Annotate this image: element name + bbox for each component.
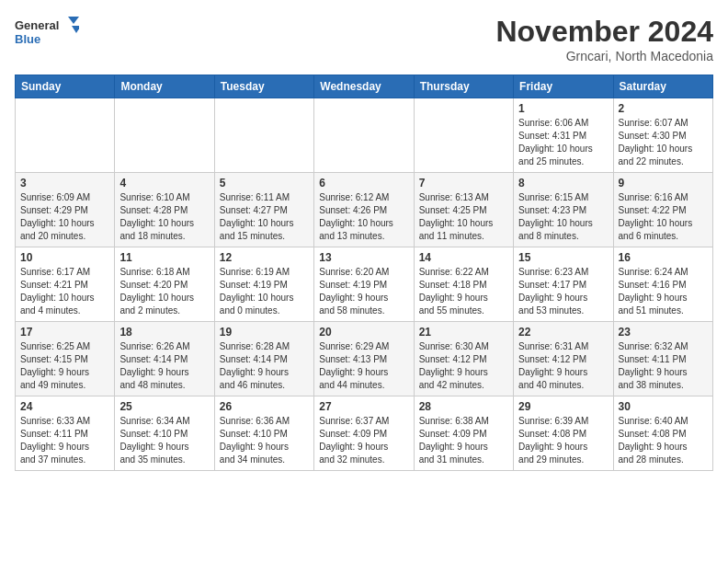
day-number: 1 (518, 102, 608, 115)
day-info: Sunrise: 6:36 AM Sunset: 4:10 PM Dayligh… (220, 415, 309, 466)
calendar-cell: 27Sunrise: 6:37 AM Sunset: 4:09 PM Dayli… (314, 396, 414, 471)
calendar-cell: 17Sunrise: 6:25 AM Sunset: 4:15 PM Dayli… (16, 322, 115, 396)
calendar-cell: 12Sunrise: 6:19 AM Sunset: 4:19 PM Dayli… (214, 247, 313, 322)
day-info: Sunrise: 6:20 AM Sunset: 4:19 PM Dayligh… (319, 266, 408, 317)
calendar-cell: 30Sunrise: 6:40 AM Sunset: 4:08 PM Dayli… (613, 396, 712, 471)
day-info: Sunrise: 6:23 AM Sunset: 4:17 PM Dayligh… (518, 266, 608, 317)
day-number: 21 (419, 326, 508, 339)
calendar-cell: 3Sunrise: 6:09 AM Sunset: 4:29 PM Daylig… (16, 173, 115, 247)
day-number: 9 (619, 177, 708, 190)
calendar-weekday-header: Tuesday (214, 75, 313, 98)
calendar-cell: 4Sunrise: 6:10 AM Sunset: 4:28 PM Daylig… (115, 173, 214, 247)
day-number: 22 (518, 326, 608, 339)
page-header: General Blue November 2024 Grncari, Nort… (15, 15, 713, 63)
day-number: 26 (220, 400, 309, 413)
calendar-cell: 10Sunrise: 6:17 AM Sunset: 4:21 PM Dayli… (16, 247, 115, 322)
day-number: 10 (20, 251, 109, 264)
day-info: Sunrise: 6:15 AM Sunset: 4:23 PM Dayligh… (518, 191, 608, 243)
day-number: 12 (220, 251, 309, 264)
day-info: Sunrise: 6:40 AM Sunset: 4:08 PM Dayligh… (619, 415, 708, 466)
day-number: 7 (419, 177, 508, 190)
calendar-weekday-header: Friday (514, 75, 613, 98)
calendar-cell: 26Sunrise: 6:36 AM Sunset: 4:10 PM Dayli… (214, 396, 313, 471)
month-title: November 2024 (495, 15, 713, 49)
calendar-cell: 14Sunrise: 6:22 AM Sunset: 4:18 PM Dayli… (414, 247, 513, 322)
calendar-cell: 2Sunrise: 6:07 AM Sunset: 4:30 PM Daylig… (613, 98, 712, 173)
calendar-cell: 11Sunrise: 6:18 AM Sunset: 4:20 PM Dayli… (115, 247, 214, 322)
day-number: 16 (619, 251, 708, 264)
day-number: 17 (20, 326, 109, 339)
day-info: Sunrise: 6:32 AM Sunset: 4:11 PM Dayligh… (619, 340, 708, 392)
calendar-cell: 23Sunrise: 6:32 AM Sunset: 4:11 PM Dayli… (613, 322, 712, 396)
day-number: 13 (319, 251, 408, 264)
day-info: Sunrise: 6:11 AM Sunset: 4:27 PM Dayligh… (220, 191, 309, 243)
title-block: November 2024 Grncari, North Macedonia (495, 15, 713, 63)
day-info: Sunrise: 6:09 AM Sunset: 4:29 PM Dayligh… (20, 191, 109, 243)
day-number: 20 (319, 326, 408, 339)
location: Grncari, North Macedonia (495, 49, 713, 63)
calendar-weekday-header: Sunday (16, 75, 115, 98)
day-number: 19 (220, 326, 309, 339)
calendar-weekday-header: Thursday (414, 75, 513, 98)
day-info: Sunrise: 6:33 AM Sunset: 4:11 PM Dayligh… (20, 415, 109, 466)
calendar-weekday-header: Monday (115, 75, 214, 98)
day-number: 27 (319, 400, 408, 413)
day-info: Sunrise: 6:31 AM Sunset: 4:12 PM Dayligh… (518, 340, 608, 392)
calendar-cell: 21Sunrise: 6:30 AM Sunset: 4:12 PM Dayli… (414, 322, 513, 396)
calendar-cell: 20Sunrise: 6:29 AM Sunset: 4:13 PM Dayli… (314, 322, 414, 396)
day-number: 3 (20, 177, 109, 190)
day-info: Sunrise: 6:29 AM Sunset: 4:13 PM Dayligh… (319, 340, 408, 392)
day-info: Sunrise: 6:37 AM Sunset: 4:09 PM Dayligh… (319, 415, 408, 466)
calendar-cell: 16Sunrise: 6:24 AM Sunset: 4:16 PM Dayli… (613, 247, 712, 322)
day-info: Sunrise: 6:12 AM Sunset: 4:26 PM Dayligh… (319, 191, 408, 243)
svg-text:General: General (15, 18, 59, 32)
day-info: Sunrise: 6:26 AM Sunset: 4:14 PM Dayligh… (119, 340, 209, 392)
calendar-week-row: 3Sunrise: 6:09 AM Sunset: 4:29 PM Daylig… (16, 173, 713, 247)
calendar-cell: 6Sunrise: 6:12 AM Sunset: 4:26 PM Daylig… (314, 173, 414, 247)
day-number: 8 (518, 177, 608, 190)
day-number: 18 (119, 326, 209, 339)
calendar-cell: 25Sunrise: 6:34 AM Sunset: 4:10 PM Dayli… (115, 396, 214, 471)
day-info: Sunrise: 6:13 AM Sunset: 4:25 PM Dayligh… (419, 191, 508, 243)
day-info: Sunrise: 6:10 AM Sunset: 4:28 PM Dayligh… (119, 191, 209, 243)
calendar-cell (115, 98, 214, 173)
day-number: 15 (518, 251, 608, 264)
calendar-cell: 19Sunrise: 6:28 AM Sunset: 4:14 PM Dayli… (214, 322, 313, 396)
svg-text:Blue: Blue (15, 32, 40, 46)
day-info: Sunrise: 6:16 AM Sunset: 4:22 PM Dayligh… (619, 191, 708, 243)
day-info: Sunrise: 6:34 AM Sunset: 4:10 PM Dayligh… (119, 415, 209, 466)
day-info: Sunrise: 6:25 AM Sunset: 4:15 PM Dayligh… (20, 340, 109, 392)
calendar-cell: 15Sunrise: 6:23 AM Sunset: 4:17 PM Dayli… (514, 247, 613, 322)
day-info: Sunrise: 6:24 AM Sunset: 4:16 PM Dayligh… (619, 266, 708, 317)
calendar-week-row: 1Sunrise: 6:06 AM Sunset: 4:31 PM Daylig… (16, 98, 713, 173)
calendar-cell: 7Sunrise: 6:13 AM Sunset: 4:25 PM Daylig… (414, 173, 513, 247)
calendar-cell: 24Sunrise: 6:33 AM Sunset: 4:11 PM Dayli… (16, 396, 115, 471)
day-number: 28 (419, 400, 508, 413)
calendar-cell (16, 98, 115, 173)
calendar-cell: 13Sunrise: 6:20 AM Sunset: 4:19 PM Dayli… (314, 247, 414, 322)
day-info: Sunrise: 6:30 AM Sunset: 4:12 PM Dayligh… (419, 340, 508, 392)
logo-svg: General Blue (15, 15, 79, 52)
day-info: Sunrise: 6:07 AM Sunset: 4:30 PM Dayligh… (619, 117, 708, 168)
svg-marker-3 (72, 26, 79, 33)
day-number: 24 (20, 400, 109, 413)
calendar-cell: 22Sunrise: 6:31 AM Sunset: 4:12 PM Dayli… (514, 322, 613, 396)
calendar-cell: 29Sunrise: 6:39 AM Sunset: 4:08 PM Dayli… (514, 396, 613, 471)
calendar-weekday-header: Wednesday (314, 75, 414, 98)
calendar-cell: 18Sunrise: 6:26 AM Sunset: 4:14 PM Dayli… (115, 322, 214, 396)
day-number: 4 (119, 177, 209, 190)
calendar-cell: 28Sunrise: 6:38 AM Sunset: 4:09 PM Dayli… (414, 396, 513, 471)
calendar-week-row: 17Sunrise: 6:25 AM Sunset: 4:15 PM Dayli… (16, 322, 713, 396)
day-info: Sunrise: 6:22 AM Sunset: 4:18 PM Dayligh… (419, 266, 508, 317)
calendar-cell: 1Sunrise: 6:06 AM Sunset: 4:31 PM Daylig… (514, 98, 613, 173)
calendar-cell (314, 98, 414, 173)
calendar-week-row: 10Sunrise: 6:17 AM Sunset: 4:21 PM Dayli… (16, 247, 713, 322)
day-number: 11 (119, 251, 209, 264)
day-number: 14 (419, 251, 508, 264)
calendar-cell: 9Sunrise: 6:16 AM Sunset: 4:22 PM Daylig… (613, 173, 712, 247)
day-info: Sunrise: 6:19 AM Sunset: 4:19 PM Dayligh… (220, 266, 309, 317)
day-info: Sunrise: 6:28 AM Sunset: 4:14 PM Dayligh… (220, 340, 309, 392)
logo: General Blue (15, 15, 79, 52)
day-info: Sunrise: 6:39 AM Sunset: 4:08 PM Dayligh… (518, 415, 608, 466)
day-number: 5 (220, 177, 309, 190)
